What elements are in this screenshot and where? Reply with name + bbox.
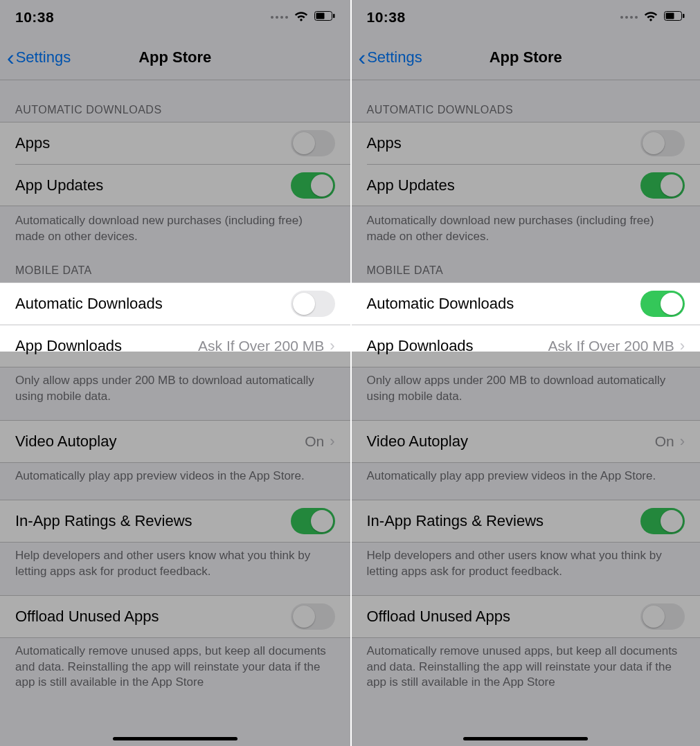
- offload-unused-apps-group: Offload Unused Apps: [0, 595, 350, 638]
- chevron-right-icon: ›: [680, 337, 685, 355]
- section-header-mobile-data: MOBILE DATA: [0, 245, 350, 282]
- in-app-ratings-toggle[interactable]: [291, 508, 335, 534]
- video-autoplay-footer: Automatically play app preview videos in…: [0, 463, 350, 484]
- chevron-right-icon: ›: [680, 433, 685, 451]
- in-app-ratings-toggle[interactable]: [640, 508, 685, 534]
- status-bar: 10:38: [0, 0, 350, 35]
- row-video-autoplay[interactable]: Video Autoplay On ›: [0, 421, 350, 462]
- automatic-downloads-group: Apps App Updates: [0, 122, 350, 206]
- offload-unused-apps-toggle[interactable]: [640, 603, 685, 630]
- row-app-downloads[interactable]: App Downloads Ask If Over 200 MB ›: [0, 325, 350, 367]
- in-app-ratings-label: In-App Ratings & Reviews: [367, 512, 544, 530]
- app-downloads-label: App Downloads: [15, 337, 122, 355]
- back-label: Settings: [367, 48, 422, 66]
- page-title: App Store: [138, 48, 211, 66]
- app-downloads-group: App Downloads Ask If Over 200 MB ›: [352, 325, 701, 367]
- apps-toggle[interactable]: [291, 130, 335, 156]
- app-downloads-value: Ask If Over 200 MB: [198, 338, 324, 354]
- back-button[interactable]: ‹ Settings: [356, 35, 425, 80]
- video-autoplay-group: Video Autoplay On ›: [0, 420, 350, 463]
- row-automatic-downloads-mobile: Automatic Downloads: [0, 282, 350, 325]
- app-downloads-value: Ask If Over 200 MB: [548, 338, 674, 354]
- nav-header: ‹ Settings App Store: [352, 35, 701, 80]
- row-offload-unused-apps: Offload Unused Apps: [352, 596, 701, 637]
- back-button[interactable]: ‹ Settings: [4, 35, 73, 80]
- svg-rect-1: [316, 13, 324, 19]
- app-downloads-footer: Only allow apps under 200 MB to download…: [352, 367, 701, 405]
- offload-unused-apps-toggle[interactable]: [291, 603, 335, 630]
- automatic-downloads-footer: Automatically download new purchases (in…: [0, 206, 350, 245]
- app-downloads-footer: Only allow apps under 200 MB to download…: [0, 367, 350, 405]
- in-app-ratings-footer: Help developers and other users know wha…: [352, 543, 701, 580]
- video-autoplay-footer: Automatically play app preview videos in…: [352, 463, 701, 484]
- battery-icon: [664, 11, 685, 24]
- wifi-icon: [643, 10, 658, 24]
- settings-screen: 10:38 ‹ Settings App Store AUTOMATIC DOW…: [0, 0, 350, 746]
- video-autoplay-value: On: [305, 433, 324, 450]
- page-title: App Store: [490, 48, 562, 66]
- row-app-updates-label: App Updates: [15, 176, 103, 194]
- offload-footer: Automatically remove unused apps, but ke…: [0, 638, 350, 691]
- app-downloads-group: App Downloads Ask If Over 200 MB ›: [0, 325, 350, 367]
- row-app-updates: App Updates: [15, 164, 350, 206]
- nav-header: ‹ Settings App Store: [0, 35, 350, 80]
- settings-screen: 10:38 ‹ Settings App Store AUTOMATIC DOW…: [350, 0, 701, 746]
- row-automatic-downloads-mobile: Automatic Downloads: [352, 282, 701, 325]
- apps-toggle[interactable]: [640, 130, 685, 156]
- video-autoplay-label: Video Autoplay: [367, 433, 468, 451]
- row-in-app-ratings: In-App Ratings & Reviews: [352, 500, 701, 542]
- offload-footer: Automatically remove unused apps, but ke…: [352, 638, 701, 691]
- row-app-downloads[interactable]: App Downloads Ask If Over 200 MB ›: [352, 325, 701, 367]
- video-autoplay-label: Video Autoplay: [15, 433, 116, 451]
- home-indicator: [113, 737, 237, 740]
- video-autoplay-group: Video Autoplay On ›: [352, 420, 701, 463]
- automatic-downloads-label: Automatic Downloads: [15, 295, 163, 313]
- row-video-autoplay[interactable]: Video Autoplay On ›: [352, 421, 701, 462]
- row-app-updates: App Updates: [367, 164, 701, 206]
- app-downloads-label: App Downloads: [367, 337, 474, 355]
- section-header-mobile-data: MOBILE DATA: [352, 245, 701, 282]
- offload-label: Offload Unused Apps: [15, 608, 159, 626]
- svg-rect-2: [333, 14, 335, 18]
- chevron-left-icon: ‹: [359, 46, 366, 69]
- in-app-ratings-footer: Help developers and other users know wha…: [0, 543, 350, 580]
- video-autoplay-value: On: [655, 433, 674, 450]
- svg-rect-5: [683, 14, 685, 18]
- chevron-left-icon: ‹: [7, 46, 15, 69]
- in-app-ratings-group: In-App Ratings & Reviews: [0, 500, 350, 543]
- in-app-ratings-group: In-App Ratings & Reviews: [352, 500, 701, 543]
- app-updates-toggle[interactable]: [640, 172, 685, 199]
- home-indicator: [463, 737, 588, 740]
- wifi-icon: [294, 10, 309, 24]
- row-apps-label: Apps: [15, 134, 50, 152]
- offload-unused-apps-group: Offload Unused Apps: [352, 595, 701, 638]
- section-header-automatic-downloads: AUTOMATIC DOWNLOADS: [0, 80, 350, 122]
- row-apps: Apps: [0, 122, 350, 164]
- row-apps-label: Apps: [367, 134, 402, 152]
- svg-rect-4: [666, 13, 674, 19]
- back-label: Settings: [16, 48, 71, 66]
- cellular-dots-icon: [271, 16, 288, 19]
- status-bar: 10:38: [352, 0, 701, 35]
- section-header-automatic-downloads: AUTOMATIC DOWNLOADS: [352, 80, 701, 122]
- battery-icon: [314, 11, 335, 24]
- row-offload-unused-apps: Offload Unused Apps: [0, 596, 350, 637]
- automatic-downloads-toggle[interactable]: [291, 291, 335, 317]
- chevron-right-icon: ›: [330, 337, 334, 355]
- automatic-downloads-group: Apps App Updates: [352, 122, 701, 206]
- in-app-ratings-label: In-App Ratings & Reviews: [15, 512, 192, 530]
- automatic-downloads-label: Automatic Downloads: [367, 295, 514, 313]
- automatic-downloads-footer: Automatically download new purchases (in…: [352, 206, 701, 245]
- offload-label: Offload Unused Apps: [367, 608, 511, 626]
- row-apps: Apps: [352, 122, 701, 164]
- status-time: 10:38: [367, 9, 406, 26]
- chevron-right-icon: ›: [330, 433, 334, 451]
- status-time: 10:38: [15, 9, 54, 26]
- row-in-app-ratings: In-App Ratings & Reviews: [0, 500, 350, 542]
- app-updates-toggle[interactable]: [291, 172, 335, 199]
- row-app-updates-label: App Updates: [367, 176, 455, 194]
- automatic-downloads-toggle[interactable]: [640, 291, 685, 317]
- cellular-dots-icon: [620, 16, 638, 19]
